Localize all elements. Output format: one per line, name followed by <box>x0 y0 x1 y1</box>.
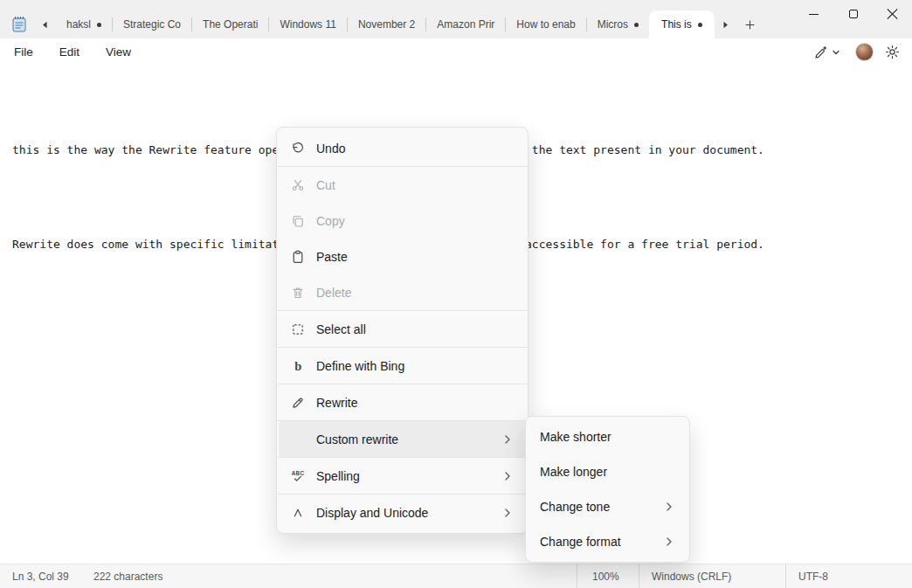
cursor-position: Ln 3, Col 39 <box>0 564 87 588</box>
account-avatar[interactable] <box>855 43 874 61</box>
menu-item-label: Delete <box>316 286 351 300</box>
tab-the-operati[interactable]: The Operati <box>192 10 268 38</box>
close-button[interactable] <box>873 0 912 28</box>
tab-windows-11[interactable]: Windows 11 <box>269 10 346 38</box>
paste-icon <box>291 250 305 264</box>
settings-gear-icon[interactable] <box>885 45 900 59</box>
tab-this-is-active[interactable]: This is <box>649 10 715 38</box>
tab-november-2[interactable]: November 2 <box>348 10 425 38</box>
submenu-item-make-shorter[interactable]: Make shorter <box>528 419 687 454</box>
menu-item-copy: Copy <box>279 203 526 239</box>
menu-item-label: Change format <box>540 535 621 549</box>
menu-item-label: Display and Unicode <box>316 506 428 520</box>
menu-item-spelling[interactable]: ABC Spelling <box>279 458 526 494</box>
menu-item-cut: Cut <box>279 167 526 203</box>
tab-label: haksl <box>66 18 91 31</box>
notepad-app-icon <box>10 16 28 33</box>
menu-item-label: Custom rewrite <box>316 432 398 446</box>
menu-edit[interactable]: Edit <box>51 42 88 62</box>
menu-bar: File Edit View <box>0 38 912 66</box>
menu-item-rewrite[interactable]: Rewrite <box>279 384 526 420</box>
menu-item-label: Make shorter <box>540 430 611 444</box>
chevron-right-icon <box>501 433 514 446</box>
cut-icon <box>291 178 305 192</box>
menu-item-label: Define with Bing <box>316 359 404 373</box>
menu-file[interactable]: File <box>5 42 42 62</box>
minimize-icon <box>809 14 819 15</box>
submenu-item-make-longer[interactable]: Make longer <box>528 454 687 489</box>
chevron-right-icon <box>501 470 514 482</box>
maximize-icon <box>849 10 858 18</box>
chevron-right-icon <box>663 536 675 548</box>
menu-item-label: Spelling <box>316 469 360 483</box>
custom-rewrite-submenu: Make shorter Make longer Change tone Cha… <box>525 416 690 563</box>
tab-amazon-prir[interactable]: Amazon Prir <box>426 10 505 38</box>
undo-icon <box>291 142 305 156</box>
context-menu: Undo Cut Copy Paste Delete <box>276 127 529 534</box>
chevron-right-icon <box>501 507 514 519</box>
menubar-right-tools <box>810 42 900 63</box>
add-tab-button[interactable] <box>737 10 763 38</box>
menu-item-label: Change tone <box>540 500 610 514</box>
menu-item-label: Select all <box>316 322 366 336</box>
close-icon <box>887 8 899 20</box>
menu-item-custom-rewrite[interactable]: Custom rewrite <box>279 421 526 457</box>
line-ending: Windows (CRLF) <box>639 564 785 588</box>
menu-item-label: Rewrite <box>316 396 357 410</box>
unsaved-dot <box>698 23 702 27</box>
status-bar: Ln 3, Col 39 222 characters 100% Windows… <box>0 564 912 588</box>
tab-label: How to enab <box>516 18 575 31</box>
minimize-button[interactable] <box>794 0 833 28</box>
tab-label: This is <box>661 18 692 31</box>
tab-strategic-co[interactable]: Strategic Co <box>113 10 191 38</box>
tab-label: Windows 11 <box>280 18 335 31</box>
chevron-right-icon <box>663 501 675 513</box>
menu-item-display-and-unicode[interactable]: Display and Unicode <box>279 495 526 530</box>
menu-item-label: Cut <box>316 178 335 192</box>
rewrite-toolbar-button[interactable] <box>810 42 844 63</box>
tab-how-to-enab[interactable]: How to enab <box>506 10 585 38</box>
tab-bar: haksl Strategic Co The Operati Windows 1… <box>0 0 912 38</box>
menu-item-paste[interactable]: Paste <box>279 239 526 274</box>
delete-icon <box>291 286 305 300</box>
menu-item-undo[interactable]: Undo <box>279 130 526 166</box>
statusbar-spacer <box>162 564 577 588</box>
unsaved-dot <box>634 23 639 27</box>
submenu-item-change-format[interactable]: Change format <box>528 524 687 559</box>
menu-item-label: Undo <box>316 142 345 156</box>
svg-text:ABC: ABC <box>292 470 305 476</box>
menu-item-select-all[interactable]: Select all <box>279 311 526 347</box>
menu-view[interactable]: View <box>97 42 140 62</box>
maximize-button[interactable] <box>833 0 873 28</box>
copy-icon <box>291 214 305 228</box>
unsaved-dot <box>97 23 101 27</box>
tab-haksl[interactable]: haksl <box>56 10 112 38</box>
rewrite-icon <box>291 396 305 410</box>
tab-micros[interactable]: Micros <box>587 10 649 38</box>
encoding: UTF-8 <box>785 564 912 588</box>
menu-item-label: Paste <box>316 250 348 264</box>
select-all-icon <box>291 322 305 336</box>
svg-text:b: b <box>294 359 301 373</box>
tab-label: November 2 <box>358 18 415 31</box>
tab-scroll-forward-icon[interactable] <box>715 10 737 38</box>
sparkle-pen-icon <box>813 45 829 60</box>
menu-item-label: Make longer <box>540 465 607 479</box>
tab-label: Amazon Prir <box>437 18 494 31</box>
notepad-window: haksl Strategic Co The Operati Windows 1… <box>0 0 912 588</box>
menu-item-delete: Delete <box>279 274 526 310</box>
tab-label: The Operati <box>203 18 258 31</box>
character-count: 222 characters <box>87 564 162 588</box>
unicode-icon <box>291 506 305 520</box>
submenu-item-change-tone[interactable]: Change tone <box>528 489 687 524</box>
menu-item-label: Copy <box>316 214 345 228</box>
spelling-icon: ABC <box>291 469 305 483</box>
zoom-level: 100% <box>577 564 639 588</box>
menu-item-define-with-bing[interactable]: b Define with Bing <box>279 348 526 384</box>
tab-scroll-back-icon[interactable] <box>33 10 56 38</box>
window-controls <box>794 0 912 28</box>
chevron-down-icon <box>832 48 840 57</box>
bing-icon: b <box>291 359 305 373</box>
tab-label: Micros <box>598 18 628 31</box>
tab-label: Strategic Co <box>123 18 181 31</box>
